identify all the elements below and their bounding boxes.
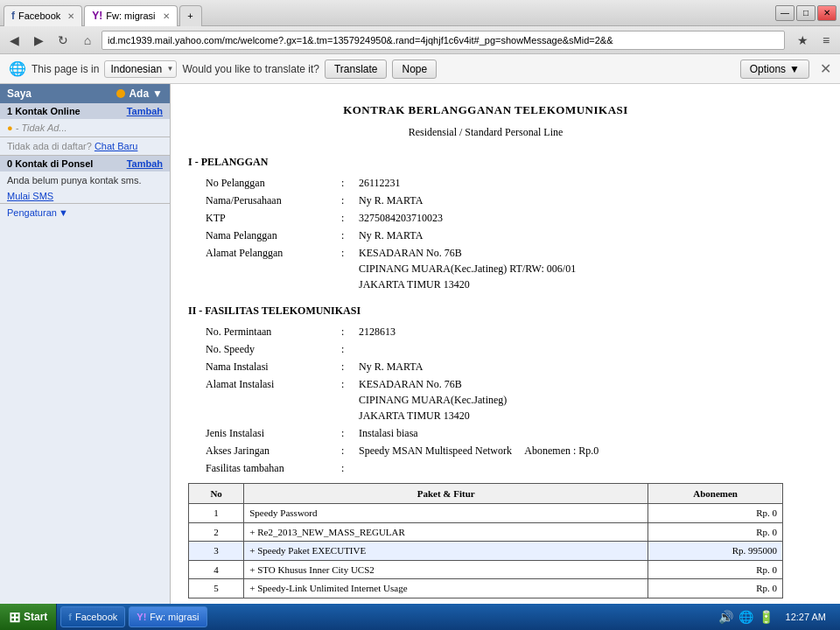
status-dropdown-arrow[interactable]: ▼ [152,88,163,100]
mulai-sms-link[interactable]: Mulai SMS [0,189,170,203]
windows-logo: ⊞ [9,609,20,626]
browser-tabs: f Facebook ✕ Y! Fw: migrasi ✕ + [4,0,202,26]
language-select[interactable]: Indonesian [104,60,177,78]
online-count-label: 1 Kontak Online [7,106,80,116]
table-row: 1 Speedy Password Rp. 0 [189,504,783,523]
label-no-speedy: No. Speedy [206,341,341,357]
table-cell-paket: Speedy Password [244,504,648,523]
translate-button[interactable]: Translate [325,60,388,79]
ad-icon: ● [7,122,13,133]
tab-yahoo[interactable]: Y! Fw: migrasi ✕ [84,5,177,26]
label-alamat-pelanggan: Alamat Pelanggan [206,245,341,292]
translate-question: Would you like to translate it? [182,63,319,75]
tab-facebook-close[interactable]: ✕ [67,11,74,21]
back-button[interactable]: ◀ [4,30,24,51]
value-jenis-instalasi: Instalasi biasa [359,425,783,441]
field-ktp: KTP : 3275084203710023 [188,210,783,226]
table-cell-abonemen: Rp. 0 [648,579,783,598]
label-jenis-instalasi: Jenis Instalasi [206,425,341,441]
chat-baru-link[interactable]: Chat Baru [94,141,138,151]
taskbar-facebook-label: Facebook [75,612,117,622]
label-fasilitas-tambahan: Fasilitas tambahan [206,460,341,476]
facebook-favicon: f [11,10,15,22]
value-nama-instalasi: Ny R. MARTA [359,359,783,374]
value-ktp: 3275084203710023 [359,210,783,226]
options-button[interactable]: Options ▼ [740,60,809,79]
taskbar: ⊞ Start f Facebook Y! Fw: migrasi 🔊 🌐 🔋 … [0,604,840,630]
content-area[interactable]: KONTRAK BERLANGGANAN TELEKOMUNIKASI Resi… [171,84,840,630]
table-cell-abonemen: Rp. 995000 [648,542,783,561]
taskbar-yahoo-icon: Y! [136,612,146,622]
forward-button[interactable]: ▶ [28,30,49,51]
value-no-speedy [359,341,783,357]
doc-subtitle: Residensial / Standard Personal Line [188,124,783,140]
label-nama-perusahaan: Nama/Perusahaan [206,192,341,208]
sidebar-online-section: 1 Kontak Online Tambah ● - Tidak Ad... [0,103,170,137]
table-cell-abonemen: Rp. 0 [648,560,783,579]
bookmark-icon[interactable]: ★ [792,30,813,51]
taskbar-item-facebook[interactable]: f Facebook [60,606,125,627]
label-akses-jaringan: Akses Jaringan [206,443,341,458]
table-header-abonemen: Abonemen [648,483,783,504]
daftar-text: Tidak ada di daftar? Chat Baru [0,137,170,155]
label-nama-instalasi: Nama Instalasi [206,359,341,374]
field-no-speedy: No. Speedy : [188,341,783,357]
tambah-ponsel-button[interactable]: Tambah [127,158,163,169]
main-layout: Saya Ada ▼ 1 Kontak Online Tambah ● - Ti… [0,84,840,630]
field-no-pelanggan: No Pelanggan : 26112231 [188,175,783,191]
minimize-button[interactable]: — [775,5,794,21]
label-nama-pelanggan: Nama Pelanggan [206,228,341,243]
table-header-paket: Paket & Fitur [244,483,648,504]
doc-title: KONTRAK BERLANGGANAN TELEKOMUNIKASI [188,102,783,119]
nav-icons: ★ ≡ [792,30,836,51]
maximize-button[interactable]: □ [796,5,816,21]
refresh-button[interactable]: ↻ [52,30,74,51]
sidebar-ponsel-section: 0 Kontak di Ponsel Tambah Anda belum pun… [0,156,170,204]
menu-icon[interactable]: ≡ [816,30,836,51]
network-tray-icon: 🌐 [738,610,753,624]
translate-close-button[interactable]: ✕ [820,60,831,77]
close-button[interactable]: ✕ [817,5,836,21]
table-cell-no: 2 [189,522,244,542]
new-tab-button[interactable]: + [179,5,202,26]
taskbar-yahoo-label: Fw: migrasi [150,612,199,622]
taskbar-facebook-icon: f [68,612,72,622]
field-alamat-pelanggan: Alamat Pelanggan : KESADARAN No. 76B CIP… [188,245,783,292]
tab-facebook-label: Facebook [18,10,60,21]
table-cell-paket: + Speedy-Link Unlimited Internet Usage [244,579,648,598]
sidebar-daftar-section: Tidak ada di daftar? Chat Baru [0,137,170,156]
tab-yahoo-close[interactable]: ✕ [163,11,170,21]
table-cell-no: 1 [189,504,244,523]
value-akses-jaringan: Speedy MSAN Multispeed Network Abonemen … [359,443,783,458]
pengaturan-link[interactable]: Pengaturan ▼ [0,204,170,221]
sidebar-status-area[interactable]: Ada ▼ [116,88,163,100]
table-cell-paket: + Speedy Paket EXECUTIVE [244,542,648,561]
sidebar-status-label: Ada [129,88,149,100]
speaker-tray-icon: 🔊 [718,610,733,624]
tambah-online-button[interactable]: Tambah [127,106,163,116]
field-fasilitas-tambahan: Fasilitas tambahan : [188,460,783,476]
table-cell-no: 3 [189,542,244,561]
taskbar-items: f Facebook Y! Fw: migrasi [57,604,710,630]
table-row-highlight: 3 + Speedy Paket EXECUTIVE Rp. 995000 [189,542,783,561]
tab-facebook[interactable]: f Facebook ✕ [4,5,82,26]
value-nama-perusahaan: Ny R. MARTA [359,192,783,208]
field-nama-perusahaan: Nama/Perusahaan : Ny R. MARTA [188,192,783,208]
sidebar-header: Saya Ada ▼ [0,84,170,103]
address-bar[interactable] [102,31,785,50]
value-no-pelanggan: 26112231 [359,175,783,191]
ponsel-section-header: 0 Kontak di Ponsel Tambah [0,156,170,172]
pengaturan-label: Pengaturan [7,207,57,218]
sidebar-ad-item: ● - Tidak Ad... [0,119,170,136]
taskbar-item-yahoo[interactable]: Y! Fw: migrasi [129,606,206,627]
language-selector-wrapper[interactable]: Indonesian ▼ [104,60,177,78]
online-section-header: 1 Kontak Online Tambah [0,103,170,119]
table-cell-paket: + STO Khusus Inner City UCS2 [244,560,648,579]
start-button[interactable]: ⊞ Start [0,604,57,630]
nope-button[interactable]: Nope [392,60,437,79]
field-alamat-instalasi: Alamat Instalasi : KESADARAN No. 76B CIP… [188,376,783,424]
home-button[interactable]: ⌂ [77,30,98,51]
label-alamat-instalasi: Alamat Instalasi [206,376,341,424]
sidebar: Saya Ada ▼ 1 Kontak Online Tambah ● - Ti… [0,84,171,630]
table-cell-abonemen: Rp. 0 [648,522,783,542]
